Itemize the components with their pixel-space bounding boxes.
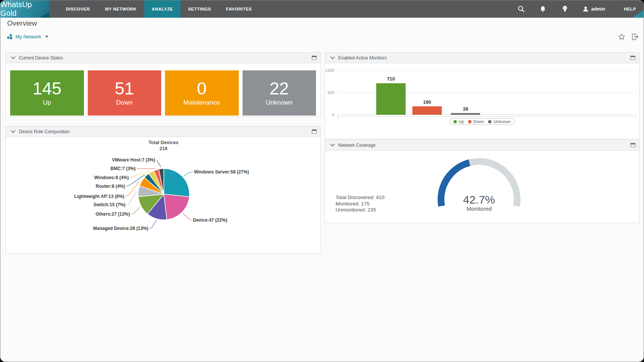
coverage-stat-line: Unmonitored: 235 bbox=[336, 207, 385, 213]
panel-header: Device Role Composition bbox=[6, 126, 320, 137]
panel-device-role-composition: Device Role Composition Windows Server:5… bbox=[5, 126, 321, 254]
page-title: Overview bbox=[7, 19, 37, 27]
tab-discover[interactable]: DISCOVER bbox=[58, 0, 98, 18]
panel-current-device-states: Current Device States 145Up51Down0Mainte… bbox=[5, 52, 321, 117]
maximize-icon[interactable] bbox=[630, 56, 635, 60]
svg-text:500: 500 bbox=[328, 90, 334, 95]
notifications-bell-icon[interactable] bbox=[539, 5, 547, 13]
brand-label: WhatsUp Gold bbox=[0, 0, 49, 18]
state-tile-unknown[interactable]: 22Unknown bbox=[243, 70, 316, 116]
svg-text:0: 0 bbox=[332, 113, 334, 117]
pie-label-router: Router:8 (4%) bbox=[96, 184, 125, 189]
maximize-icon[interactable] bbox=[312, 129, 317, 134]
bar-value-label: 38 bbox=[463, 106, 468, 112]
bar-down[interactable] bbox=[412, 106, 442, 115]
panel-title: Current Device States bbox=[19, 55, 63, 61]
panel-header: Network Coverage bbox=[325, 140, 639, 151]
pie-slice-windows-server[interactable] bbox=[164, 169, 189, 197]
lightbulb-icon[interactable] bbox=[561, 5, 569, 13]
collapse-chevron-icon[interactable] bbox=[330, 56, 335, 59]
tile-label: Unknown bbox=[266, 98, 293, 107]
pie-label-lightweight-ap: Lightweight AP:13 (6%) bbox=[74, 194, 124, 199]
coverage-stat-line: Monitored: 175 bbox=[336, 201, 385, 207]
collapse-chevron-icon[interactable] bbox=[11, 130, 15, 133]
panel-title: Network Coverage bbox=[338, 143, 375, 148]
legend-label: Unknown bbox=[493, 119, 511, 124]
chevron-down-icon[interactable] bbox=[45, 36, 48, 38]
app-window: WhatsUp Gold DISCOVERMY NETWORKANALYZESE… bbox=[0, 0, 644, 362]
search-icon[interactable] bbox=[517, 5, 525, 13]
bar-value-label: 710 bbox=[387, 76, 395, 82]
svg-text:1000: 1000 bbox=[325, 68, 334, 73]
legend-item-unknown[interactable]: Unknown bbox=[488, 119, 511, 124]
device-role-pie-chart: Windows Server:58 (27%)Device:47 (22%)Ma… bbox=[6, 137, 320, 253]
pie-label-windows: Windows:8 (4%) bbox=[94, 175, 129, 180]
bar-unknown[interactable] bbox=[451, 113, 480, 115]
tile-label: Maintenance bbox=[183, 98, 220, 107]
pie-total: 218 bbox=[160, 146, 168, 151]
tab-favorites[interactable]: FAVORITES bbox=[218, 0, 259, 18]
legend-label: Up bbox=[459, 119, 464, 124]
state-tile-down[interactable]: 51Down bbox=[88, 70, 162, 116]
legend-dot bbox=[488, 120, 491, 123]
breadcrumb[interactable]: My Network bbox=[6, 33, 48, 40]
collapse-chevron-icon[interactable] bbox=[11, 56, 15, 59]
tile-value: 145 bbox=[32, 79, 61, 98]
bar-up[interactable] bbox=[376, 83, 406, 115]
tile-label: Down bbox=[116, 98, 133, 107]
panel-enabled-active-monitors: Enabled Active Monitors 05001000 7101903… bbox=[325, 52, 639, 139]
active-monitors-bar-chart: 05001000 71019038 bbox=[325, 63, 639, 139]
pie-label-windows-server: Windows Server:58 (27%) bbox=[194, 169, 249, 175]
nav-corner-accent bbox=[632, 10, 644, 18]
pie-slices bbox=[138, 169, 189, 220]
state-tile-up[interactable]: 145Up bbox=[10, 70, 84, 116]
bar-value-label: 190 bbox=[423, 99, 431, 105]
brand-logo[interactable]: WhatsUp Gold bbox=[0, 0, 49, 18]
legend-dot bbox=[453, 120, 457, 123]
gauge-value: 42.7% bbox=[463, 194, 495, 205]
coverage-stats: Total Discovered: 410Monitored: 175Unmon… bbox=[336, 195, 385, 213]
chart-legend-box: UpDownUnknown bbox=[449, 118, 515, 125]
breadcrumb-label: My Network bbox=[15, 34, 41, 40]
network-icon bbox=[6, 33, 13, 40]
pie-label-switch: Switch:15 (7%) bbox=[93, 202, 125, 207]
top-nav: WhatsUp Gold DISCOVERMY NETWORKANALYZESE… bbox=[0, 0, 644, 18]
pie-label-vmware-host: VMware Host:7 (3%) bbox=[112, 157, 155, 163]
device-state-tiles: 145Up51Down0Maintenance22Unknown bbox=[6, 63, 320, 116]
tile-label: Up bbox=[43, 98, 51, 107]
pie-label-managed-device: Managed Device:28 (13%) bbox=[93, 226, 148, 231]
tile-value: 0 bbox=[197, 79, 207, 98]
panel-header: Current Device States bbox=[6, 53, 320, 63]
tab-settings[interactable]: SETTINGS bbox=[180, 0, 218, 18]
star-icon[interactable] bbox=[618, 33, 626, 41]
tab-analyze[interactable]: ANALYZE bbox=[144, 0, 180, 18]
tile-value: 51 bbox=[115, 79, 134, 98]
bar-grid: 05001000 bbox=[325, 68, 637, 120]
maximize-icon[interactable] bbox=[312, 56, 317, 60]
user-icon bbox=[583, 6, 589, 12]
legend-label: Down bbox=[473, 119, 484, 124]
panel-title: Device Role Composition bbox=[19, 129, 70, 134]
page-actions bbox=[618, 33, 639, 41]
pie-title: Total Devices bbox=[148, 140, 179, 145]
user-menu[interactable]: admin bbox=[583, 6, 605, 12]
state-tile-maintenance[interactable]: 0Maintenance bbox=[165, 70, 239, 116]
tab-my-network[interactable]: MY NETWORK bbox=[98, 0, 144, 18]
pie-label-device: Device:47 (22%) bbox=[193, 218, 227, 223]
maximize-icon[interactable] bbox=[630, 143, 635, 147]
user-name: admin bbox=[591, 6, 605, 12]
gauge-sublabel: Monitored bbox=[467, 206, 492, 212]
panel-header: Enabled Active Monitors bbox=[325, 53, 639, 63]
export-icon[interactable] bbox=[631, 33, 639, 41]
panel-title: Enabled Active Monitors bbox=[338, 55, 387, 61]
pie-label-bmc: BMC:7 (3%) bbox=[110, 166, 136, 171]
tile-value: 22 bbox=[270, 79, 289, 98]
legend-dot bbox=[468, 120, 472, 123]
legend-item-up[interactable]: Up bbox=[453, 119, 464, 124]
coverage-stat-line: Total Discovered: 410 bbox=[336, 195, 385, 201]
legend-item-down[interactable]: Down bbox=[468, 119, 484, 124]
pie-label-others: Others:27 (12%) bbox=[96, 211, 130, 217]
nav-tabs: DISCOVERMY NETWORKANALYZESETTINGSFAVORIT… bbox=[58, 0, 259, 18]
collapse-chevron-icon[interactable] bbox=[330, 144, 335, 147]
panel-network-coverage: Network Coverage Total Discovered: 410Mo… bbox=[325, 140, 639, 223]
